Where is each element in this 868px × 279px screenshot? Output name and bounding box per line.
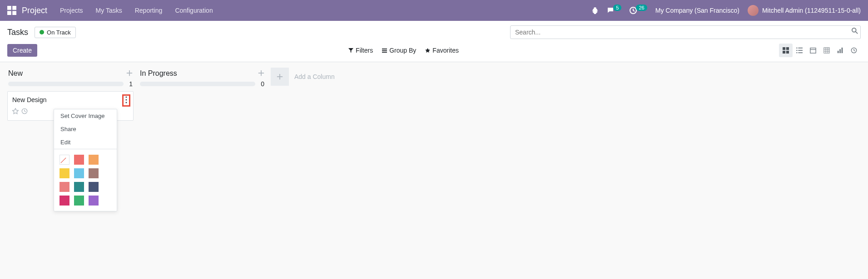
svg-rect-22 xyxy=(824,48,829,53)
user-name: Mitchell Admin (11249511-15-0-all) xyxy=(762,7,861,14)
svg-rect-8 xyxy=(382,50,387,51)
add-column-label: Add a Column xyxy=(294,73,335,80)
activity-icon[interactable]: 26 xyxy=(630,7,647,14)
list-view-button[interactable] xyxy=(793,44,806,57)
svg-rect-29 xyxy=(842,48,843,53)
kanban-column-in-progress: In Progress 0 xyxy=(139,68,265,91)
nav-my-tasks[interactable]: My Tasks xyxy=(96,7,122,14)
svg-point-5 xyxy=(852,28,856,32)
svg-rect-27 xyxy=(838,51,839,53)
column-title[interactable]: In Progress xyxy=(140,69,258,78)
search-input[interactable] xyxy=(510,25,861,39)
column-count: 1 xyxy=(129,80,133,88)
apps-icon[interactable] xyxy=(7,6,16,15)
activity-badge: 26 xyxy=(636,5,647,11)
create-button[interactable]: Create xyxy=(7,44,37,57)
avatar xyxy=(748,5,759,16)
svg-point-33 xyxy=(125,99,127,100)
svg-rect-10 xyxy=(783,47,785,50)
svg-rect-14 xyxy=(796,48,798,49)
svg-rect-11 xyxy=(786,47,789,50)
status-label: On Track xyxy=(47,29,71,36)
menu-set-cover-image[interactable]: Set Cover Image xyxy=(54,109,117,122)
favorites-button[interactable]: Favorites xyxy=(425,47,459,54)
add-column-icon[interactable] xyxy=(271,68,289,86)
svg-rect-13 xyxy=(786,51,789,54)
nav-configuration[interactable]: Configuration xyxy=(175,7,213,14)
search-icon[interactable] xyxy=(852,28,858,35)
svg-line-6 xyxy=(856,32,858,34)
svg-rect-18 xyxy=(796,52,798,53)
view-switcher xyxy=(779,44,861,57)
add-column[interactable]: Add a Column xyxy=(271,68,335,86)
groupby-button[interactable]: Group By xyxy=(382,47,416,54)
svg-rect-2 xyxy=(7,11,11,15)
column-count: 0 xyxy=(261,80,264,88)
kanban-view-button[interactable] xyxy=(779,44,793,57)
card-title: New Design xyxy=(12,96,129,103)
filters-button[interactable]: Filters xyxy=(348,47,373,54)
user-menu[interactable]: Mitchell Admin (11249511-15-0-all) xyxy=(748,5,861,16)
svg-rect-20 xyxy=(810,48,816,53)
svg-rect-3 xyxy=(12,11,16,15)
page-title: Tasks xyxy=(7,28,28,37)
svg-rect-12 xyxy=(783,51,785,54)
nav-projects[interactable]: Projects xyxy=(60,7,83,14)
graph-view-button[interactable] xyxy=(833,44,847,57)
column-progress-bar xyxy=(140,82,255,86)
column-title[interactable]: New xyxy=(8,69,126,78)
menu-share[interactable]: Share xyxy=(54,122,117,130)
quick-add-icon[interactable] xyxy=(126,70,133,78)
card-context-menu: Set Cover Image Share Edit xyxy=(54,109,117,130)
chat-badge: 5 xyxy=(613,5,621,11)
pivot-view-button[interactable] xyxy=(820,44,833,57)
svg-point-34 xyxy=(125,102,127,103)
svg-rect-16 xyxy=(796,50,798,51)
company-selector[interactable]: My Company (San Francisco) xyxy=(655,7,739,14)
search-box xyxy=(510,25,861,39)
calendar-view-button[interactable] xyxy=(806,44,820,57)
quick-add-icon[interactable] xyxy=(258,70,264,78)
svg-rect-0 xyxy=(7,6,11,10)
kanban-board: New 1 New Design In Progress 0 xyxy=(0,62,868,130)
column-progress-bar xyxy=(8,82,124,86)
status-dot-icon xyxy=(40,30,44,34)
svg-rect-7 xyxy=(382,48,387,49)
svg-rect-1 xyxy=(12,6,16,10)
svg-rect-28 xyxy=(839,49,841,53)
svg-rect-17 xyxy=(798,50,803,51)
nav-reporting[interactable]: Reporting xyxy=(135,7,163,14)
svg-point-32 xyxy=(125,96,127,98)
status-badge[interactable]: On Track xyxy=(35,27,76,38)
svg-rect-9 xyxy=(382,52,387,53)
app-brand[interactable]: Project xyxy=(22,6,47,15)
card-menu-button[interactable] xyxy=(122,94,130,107)
activity-clock-icon[interactable] xyxy=(21,108,28,116)
svg-rect-19 xyxy=(798,52,803,53)
messaging-icon[interactable]: 5 xyxy=(607,7,621,14)
svg-rect-15 xyxy=(798,48,803,49)
debug-icon[interactable] xyxy=(591,7,599,14)
priority-star-icon[interactable] xyxy=(12,108,19,116)
control-panel: Tasks On Track Create Filters Group By F… xyxy=(0,21,868,62)
top-navbar: Project Projects My Tasks Reporting Conf… xyxy=(0,0,868,21)
activity-view-button[interactable] xyxy=(847,44,861,57)
